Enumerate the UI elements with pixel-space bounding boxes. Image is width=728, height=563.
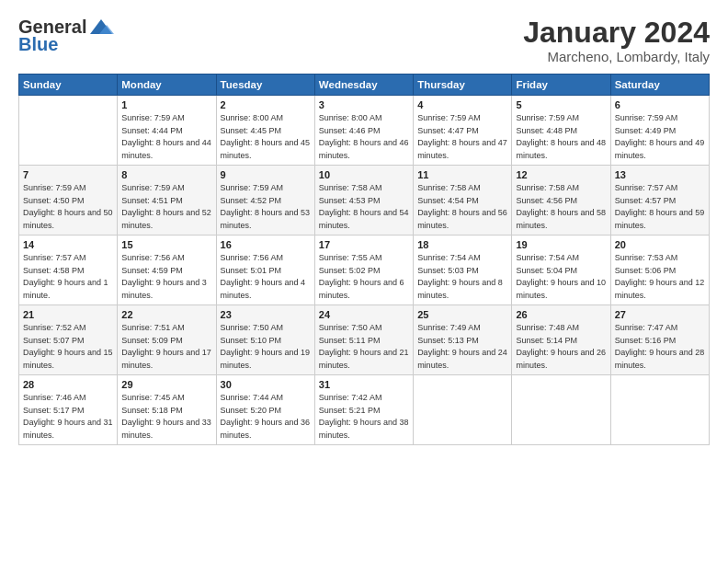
calendar-cell	[512, 375, 610, 445]
day-info: Sunrise: 8:00 AM Sunset: 4:46 PM Dayligh…	[319, 112, 409, 162]
sunset-text: Sunset: 4:48 PM	[516, 126, 577, 135]
sunset-text: Sunset: 4:53 PM	[319, 196, 381, 205]
day-number: 20	[615, 239, 705, 250]
day-info: Sunrise: 7:49 AM Sunset: 5:13 PM Dayligh…	[417, 322, 507, 372]
sunrise-text: Sunrise: 7:49 AM	[417, 323, 481, 332]
sunrise-text: Sunrise: 7:50 AM	[221, 323, 284, 332]
daylight-text: Daylight: 9 hours and 17 minutes.	[121, 348, 211, 370]
week-row-4: 21 Sunrise: 7:52 AM Sunset: 5:07 PM Dayl…	[19, 305, 710, 375]
calendar-cell: 22 Sunrise: 7:51 AM Sunset: 5:09 PM Dayl…	[118, 305, 216, 375]
day-number: 22	[121, 309, 211, 320]
day-header-tuesday: Tuesday	[216, 75, 314, 96]
day-info: Sunrise: 7:50 AM Sunset: 5:11 PM Dayligh…	[319, 322, 409, 372]
week-row-5: 28 Sunrise: 7:46 AM Sunset: 5:17 PM Dayl…	[19, 375, 710, 445]
sunrise-text: Sunrise: 7:59 AM	[615, 113, 678, 122]
calendar-cell: 19 Sunrise: 7:54 AM Sunset: 5:04 PM Dayl…	[512, 236, 610, 305]
logo-blue: Blue	[18, 34, 58, 55]
sunrise-text: Sunrise: 7:58 AM	[516, 183, 579, 192]
sunrise-text: Sunrise: 7:47 AM	[615, 323, 678, 332]
daylight-text: Daylight: 9 hours and 24 minutes.	[417, 348, 507, 370]
day-number: 27	[615, 309, 705, 320]
sunset-text: Sunset: 4:59 PM	[121, 266, 183, 275]
sunrise-text: Sunrise: 7:55 AM	[319, 253, 382, 262]
day-info: Sunrise: 7:52 AM Sunset: 5:07 PM Dayligh…	[23, 322, 113, 372]
calendar-cell: 11 Sunrise: 7:58 AM Sunset: 4:54 PM Dayl…	[414, 166, 512, 236]
sunset-text: Sunset: 5:03 PM	[417, 266, 479, 275]
day-info: Sunrise: 7:44 AM Sunset: 5:20 PM Dayligh…	[221, 392, 311, 442]
day-number: 16	[221, 239, 311, 250]
calendar-cell: 25 Sunrise: 7:49 AM Sunset: 5:13 PM Dayl…	[414, 305, 512, 375]
day-number: 19	[516, 239, 606, 250]
day-info: Sunrise: 7:57 AM Sunset: 4:57 PM Dayligh…	[615, 182, 705, 232]
sunrise-text: Sunrise: 7:59 AM	[121, 113, 185, 122]
day-number: 25	[417, 309, 507, 320]
title-block: January 2024 Marcheno, Lombardy, Italy	[523, 17, 710, 64]
week-row-1: 1 Sunrise: 7:59 AM Sunset: 4:44 PM Dayli…	[19, 96, 710, 166]
day-number: 1	[121, 99, 211, 110]
sunset-text: Sunset: 4:46 PM	[319, 126, 381, 135]
calendar-cell: 21 Sunrise: 7:52 AM Sunset: 5:07 PM Dayl…	[19, 305, 118, 375]
sunset-text: Sunset: 5:02 PM	[319, 266, 381, 275]
day-number: 8	[121, 169, 211, 180]
day-number: 11	[417, 169, 507, 180]
sunrise-text: Sunrise: 7:59 AM	[221, 183, 284, 192]
sunset-text: Sunset: 5:20 PM	[221, 406, 282, 415]
day-number: 18	[417, 239, 507, 250]
day-info: Sunrise: 7:59 AM Sunset: 4:51 PM Dayligh…	[121, 182, 211, 232]
daylight-text: Daylight: 8 hours and 44 minutes.	[121, 138, 211, 160]
day-header-saturday: Saturday	[610, 75, 709, 96]
sunrise-text: Sunrise: 7:59 AM	[121, 183, 185, 192]
day-number: 23	[221, 309, 311, 320]
sunrise-text: Sunrise: 7:46 AM	[23, 393, 86, 402]
day-number: 15	[121, 239, 211, 250]
sunset-text: Sunset: 5:11 PM	[319, 336, 381, 345]
location-title: Marcheno, Lombardy, Italy	[523, 49, 710, 64]
daylight-text: Daylight: 8 hours and 48 minutes.	[516, 138, 606, 160]
daylight-text: Daylight: 8 hours and 50 minutes.	[23, 208, 113, 230]
calendar-cell	[19, 96, 118, 166]
calendar-cell: 23 Sunrise: 7:50 AM Sunset: 5:10 PM Dayl…	[216, 305, 314, 375]
day-info: Sunrise: 7:54 AM Sunset: 5:04 PM Dayligh…	[516, 252, 606, 302]
sunset-text: Sunset: 4:56 PM	[516, 196, 577, 205]
day-info: Sunrise: 7:48 AM Sunset: 5:14 PM Dayligh…	[516, 322, 606, 372]
day-number: 2	[221, 99, 311, 110]
sunset-text: Sunset: 4:44 PM	[121, 126, 183, 135]
sunset-text: Sunset: 4:45 PM	[221, 126, 282, 135]
calendar-cell: 2 Sunrise: 8:00 AM Sunset: 4:45 PM Dayli…	[216, 96, 314, 166]
day-number: 26	[516, 309, 606, 320]
daylight-text: Daylight: 8 hours and 47 minutes.	[417, 138, 507, 160]
calendar-cell: 31 Sunrise: 7:42 AM Sunset: 5:21 PM Dayl…	[314, 375, 413, 445]
daylight-text: Daylight: 8 hours and 58 minutes.	[516, 208, 606, 230]
sunset-text: Sunset: 5:07 PM	[23, 336, 85, 345]
calendar-cell: 4 Sunrise: 7:59 AM Sunset: 4:47 PM Dayli…	[414, 96, 512, 166]
calendar-cell: 27 Sunrise: 7:47 AM Sunset: 5:16 PM Dayl…	[610, 305, 709, 375]
calendar-table: SundayMondayTuesdayWednesdayThursdayFrid…	[18, 74, 710, 445]
calendar-cell	[414, 375, 512, 445]
day-number: 10	[319, 169, 409, 180]
calendar-cell: 15 Sunrise: 7:56 AM Sunset: 4:59 PM Dayl…	[118, 236, 216, 305]
day-number: 12	[516, 169, 606, 180]
sunrise-text: Sunrise: 7:59 AM	[417, 113, 481, 122]
sunrise-text: Sunrise: 7:58 AM	[417, 183, 481, 192]
day-number: 5	[516, 99, 606, 110]
day-number: 17	[319, 239, 409, 250]
sunrise-text: Sunrise: 7:56 AM	[121, 253, 185, 262]
week-row-3: 14 Sunrise: 7:57 AM Sunset: 4:58 PM Dayl…	[19, 236, 710, 305]
day-info: Sunrise: 7:56 AM Sunset: 4:59 PM Dayligh…	[121, 252, 211, 302]
day-info: Sunrise: 7:46 AM Sunset: 5:17 PM Dayligh…	[23, 392, 113, 442]
sunset-text: Sunset: 5:04 PM	[516, 266, 577, 275]
day-info: Sunrise: 7:42 AM Sunset: 5:21 PM Dayligh…	[319, 392, 409, 442]
day-info: Sunrise: 7:53 AM Sunset: 5:06 PM Dayligh…	[615, 252, 705, 302]
sunset-text: Sunset: 5:17 PM	[23, 406, 85, 415]
daylight-text: Daylight: 9 hours and 10 minutes.	[516, 278, 606, 300]
sunset-text: Sunset: 4:49 PM	[615, 126, 677, 135]
calendar-cell: 7 Sunrise: 7:59 AM Sunset: 4:50 PM Dayli…	[19, 166, 118, 236]
logo: General Blue	[18, 17, 114, 55]
daylight-text: Daylight: 9 hours and 3 minutes.	[121, 278, 207, 300]
sunrise-text: Sunrise: 7:50 AM	[319, 323, 382, 332]
calendar-page: General Blue January 2024 Marcheno, Lomb…	[0, 0, 728, 563]
sunrise-text: Sunrise: 8:00 AM	[319, 113, 382, 122]
sunrise-text: Sunrise: 7:51 AM	[121, 323, 185, 332]
day-number: 13	[615, 169, 705, 180]
sunrise-text: Sunrise: 8:00 AM	[221, 113, 284, 122]
